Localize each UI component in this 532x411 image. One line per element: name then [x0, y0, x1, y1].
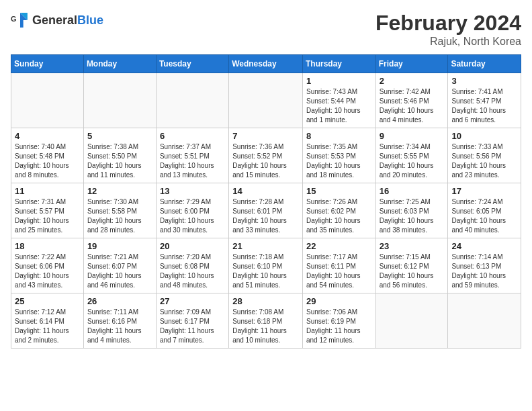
day-info: Sunrise: 7:08 AM Sunset: 6:18 PM Dayligh…	[232, 308, 299, 345]
calendar-cell: 11Sunrise: 7:31 AM Sunset: 5:57 PM Dayli…	[11, 183, 84, 238]
calendar-cell: 2Sunrise: 7:42 AM Sunset: 5:46 PM Daylig…	[375, 73, 448, 128]
day-info: Sunrise: 7:29 AM Sunset: 6:00 PM Dayligh…	[160, 197, 225, 235]
calendar-cell: 28Sunrise: 7:08 AM Sunset: 6:18 PM Dayli…	[229, 293, 303, 349]
day-number: 18	[15, 241, 80, 251]
day-number: 26	[87, 296, 152, 306]
weekday-header: Friday	[375, 55, 448, 73]
calendar-cell: 19Sunrise: 7:21 AM Sunset: 6:07 PM Dayli…	[83, 238, 156, 293]
calendar-cell: 18Sunrise: 7:22 AM Sunset: 6:06 PM Dayli…	[11, 238, 84, 293]
day-info: Sunrise: 7:09 AM Sunset: 6:17 PM Dayligh…	[160, 308, 225, 345]
day-number: 19	[87, 241, 152, 251]
calendar-cell: 29Sunrise: 7:06 AM Sunset: 6:19 PM Dayli…	[302, 293, 375, 349]
calendar-table: SundayMondayTuesdayWednesdayThursdayFrid…	[11, 54, 521, 349]
calendar-cell: 1Sunrise: 7:43 AM Sunset: 5:44 PM Daylig…	[302, 73, 375, 128]
calendar-cell: 14Sunrise: 7:28 AM Sunset: 6:01 PM Dayli…	[229, 183, 303, 238]
calendar-cell	[229, 73, 303, 128]
day-number: 22	[306, 241, 372, 251]
day-number: 15	[306, 186, 372, 196]
calendar-cell: 25Sunrise: 7:12 AM Sunset: 6:14 PM Dayli…	[11, 293, 84, 349]
calendar-week-row: 4Sunrise: 7:40 AM Sunset: 5:48 PM Daylig…	[11, 128, 521, 183]
calendar-cell: 9Sunrise: 7:34 AM Sunset: 5:55 PM Daylig…	[375, 128, 448, 183]
day-number: 12	[87, 186, 152, 196]
calendar-cell: 12Sunrise: 7:30 AM Sunset: 5:58 PM Dayli…	[83, 183, 156, 238]
day-number: 25	[15, 296, 80, 306]
day-info: Sunrise: 7:31 AM Sunset: 5:57 PM Dayligh…	[15, 197, 80, 235]
calendar-week-row: 1Sunrise: 7:43 AM Sunset: 5:44 PM Daylig…	[11, 73, 521, 128]
weekday-header: Wednesday	[229, 55, 303, 73]
day-info: Sunrise: 7:36 AM Sunset: 5:52 PM Dayligh…	[232, 142, 299, 180]
day-info: Sunrise: 7:24 AM Sunset: 6:05 PM Dayligh…	[451, 197, 517, 235]
page-header: G GeneralBlue February 2024 Rajuk, North…	[11, 11, 521, 48]
svg-text:G: G	[11, 15, 16, 23]
calendar-cell: 6Sunrise: 7:37 AM Sunset: 5:51 PM Daylig…	[156, 128, 228, 183]
day-info: Sunrise: 7:25 AM Sunset: 6:03 PM Dayligh…	[380, 197, 445, 235]
day-info: Sunrise: 7:26 AM Sunset: 6:02 PM Dayligh…	[306, 197, 372, 235]
weekday-header: Thursday	[302, 55, 375, 73]
day-info: Sunrise: 7:33 AM Sunset: 5:56 PM Dayligh…	[451, 142, 517, 180]
weekday-header: Saturday	[448, 55, 521, 73]
weekday-header: Monday	[83, 55, 156, 73]
logo-blue: Blue	[77, 13, 103, 27]
day-info: Sunrise: 7:35 AM Sunset: 5:53 PM Dayligh…	[306, 142, 372, 180]
day-info: Sunrise: 7:28 AM Sunset: 6:01 PM Dayligh…	[232, 197, 299, 235]
calendar-cell: 8Sunrise: 7:35 AM Sunset: 5:53 PM Daylig…	[302, 128, 375, 183]
day-number: 27	[160, 296, 225, 306]
calendar-cell	[375, 293, 448, 349]
day-number: 5	[87, 131, 152, 141]
day-number: 17	[451, 186, 517, 196]
calendar-cell: 16Sunrise: 7:25 AM Sunset: 6:03 PM Dayli…	[375, 183, 448, 238]
day-number: 4	[15, 131, 80, 141]
calendar-cell: 10Sunrise: 7:33 AM Sunset: 5:56 PM Dayli…	[448, 128, 521, 183]
day-info: Sunrise: 7:11 AM Sunset: 6:16 PM Dayligh…	[87, 308, 152, 345]
weekday-header: Sunday	[11, 55, 84, 73]
calendar-week-row: 11Sunrise: 7:31 AM Sunset: 5:57 PM Dayli…	[11, 183, 521, 238]
day-number: 21	[232, 241, 299, 251]
day-number: 6	[160, 131, 225, 141]
calendar-cell: 27Sunrise: 7:09 AM Sunset: 6:17 PM Dayli…	[156, 293, 228, 349]
day-number: 1	[306, 76, 372, 86]
calendar-cell	[156, 73, 228, 128]
day-number: 3	[451, 76, 517, 86]
title-block: February 2024 Rajuk, North Korea	[375, 11, 521, 48]
calendar-cell	[448, 293, 521, 349]
calendar-week-row: 18Sunrise: 7:22 AM Sunset: 6:06 PM Dayli…	[11, 238, 521, 293]
day-info: Sunrise: 7:41 AM Sunset: 5:47 PM Dayligh…	[451, 87, 517, 125]
day-number: 13	[160, 186, 225, 196]
day-info: Sunrise: 7:17 AM Sunset: 6:11 PM Dayligh…	[306, 253, 372, 290]
logo-icon: G	[11, 11, 30, 30]
day-number: 11	[15, 186, 80, 196]
day-info: Sunrise: 7:15 AM Sunset: 6:12 PM Dayligh…	[380, 253, 445, 290]
location-title: Rajuk, North Korea	[375, 36, 521, 48]
day-info: Sunrise: 7:38 AM Sunset: 5:50 PM Dayligh…	[87, 142, 152, 180]
day-number: 28	[232, 296, 299, 306]
calendar-cell: 17Sunrise: 7:24 AM Sunset: 6:05 PM Dayli…	[448, 183, 521, 238]
day-number: 2	[380, 76, 445, 86]
calendar-cell: 22Sunrise: 7:17 AM Sunset: 6:11 PM Dayli…	[302, 238, 375, 293]
day-number: 9	[380, 131, 445, 141]
day-info: Sunrise: 7:12 AM Sunset: 6:14 PM Dayligh…	[15, 308, 80, 345]
day-info: Sunrise: 7:42 AM Sunset: 5:46 PM Dayligh…	[380, 87, 445, 125]
calendar-cell: 15Sunrise: 7:26 AM Sunset: 6:02 PM Dayli…	[302, 183, 375, 238]
day-number: 29	[306, 296, 372, 306]
day-info: Sunrise: 7:43 AM Sunset: 5:44 PM Dayligh…	[306, 87, 372, 125]
day-number: 24	[451, 241, 517, 251]
calendar-header-row: SundayMondayTuesdayWednesdayThursdayFrid…	[11, 55, 521, 73]
weekday-header: Tuesday	[156, 55, 228, 73]
day-info: Sunrise: 7:30 AM Sunset: 5:58 PM Dayligh…	[87, 197, 152, 235]
day-number: 14	[232, 186, 299, 196]
calendar-cell: 23Sunrise: 7:15 AM Sunset: 6:12 PM Dayli…	[375, 238, 448, 293]
day-info: Sunrise: 7:40 AM Sunset: 5:48 PM Dayligh…	[15, 142, 80, 180]
calendar-cell: 5Sunrise: 7:38 AM Sunset: 5:50 PM Daylig…	[83, 128, 156, 183]
day-info: Sunrise: 7:20 AM Sunset: 6:08 PM Dayligh…	[160, 253, 225, 290]
day-number: 8	[306, 131, 372, 141]
calendar-cell: 26Sunrise: 7:11 AM Sunset: 6:16 PM Dayli…	[83, 293, 156, 349]
calendar-cell: 20Sunrise: 7:20 AM Sunset: 6:08 PM Dayli…	[156, 238, 228, 293]
day-number: 16	[380, 186, 445, 196]
calendar-cell	[11, 73, 84, 128]
day-info: Sunrise: 7:37 AM Sunset: 5:51 PM Dayligh…	[160, 142, 225, 180]
calendar-cell: 13Sunrise: 7:29 AM Sunset: 6:00 PM Dayli…	[156, 183, 228, 238]
day-number: 10	[451, 131, 517, 141]
calendar-cell: 21Sunrise: 7:18 AM Sunset: 6:10 PM Dayli…	[229, 238, 303, 293]
logo-general: General	[32, 13, 77, 27]
calendar-week-row: 25Sunrise: 7:12 AM Sunset: 6:14 PM Dayli…	[11, 293, 521, 349]
